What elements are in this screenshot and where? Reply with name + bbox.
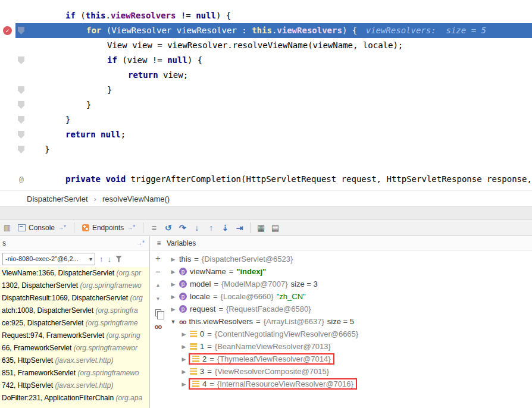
scroll-down-icon[interactable]: ▼ [156,296,161,303]
editor-gutter[interactable] [0,172,15,187]
expand-chevron-icon[interactable]: ▶ [168,256,178,262]
variable-row[interactable]: ▶2={ThymeleafViewResolver@7014} [166,353,532,365]
bookmark-flag-icon[interactable] [18,131,24,139]
view-as-table-icon[interactable]: ▦ [255,223,267,233]
expand-chevron-icon[interactable]: ▶ [168,281,178,287]
previous-frame-icon[interactable]: ↑ [99,255,104,263]
variable-row[interactable]: ▶pviewName="indexj" [166,265,532,278]
expand-chevron-icon[interactable]: ▶ [179,331,189,337]
stack-frame[interactable]: ViewName:1366, DispatcherServlet (org.sp… [0,267,149,280]
next-frame-icon[interactable]: ↓ [108,255,112,263]
splitter[interactable] [0,206,532,219]
editor-gutter[interactable] [0,157,15,172]
code-line[interactable]: } [0,98,532,112]
watch-glasses-icon[interactable]: oo [155,323,161,330]
code-line[interactable]: return view; [0,68,532,83]
run-to-cursor-icon[interactable]: ⇥ [234,223,245,233]
editor-gutter[interactable] [0,38,15,53]
expand-chevron-icon[interactable]: ▶ [179,344,189,350]
step-into-icon[interactable]: ↓ [191,223,202,233]
code-text: View view = viewResolver.resolveViewName… [15,38,532,53]
bookmark-flag-icon[interactable] [18,101,24,109]
variable-row[interactable]: ▶prequest={RequestFacade@6580} [166,303,532,315]
variable-row[interactable]: ▶1={BeanNameViewResolver@7013} [166,340,532,353]
code-line[interactable]: ✓for (ViewResolver viewResolver : this.v… [0,23,532,38]
scroll-up-icon[interactable]: ▲ [156,282,161,289]
jump-to-source-icon[interactable]: →* [127,224,135,231]
thread-selector-value: -nio-8080-exec-2"@6,2... [5,255,79,262]
expand-chevron-icon[interactable]: ▼ [168,319,178,325]
jump-to-source-icon[interactable]: →* [58,224,66,231]
hamburger-icon[interactable]: ≡ [155,239,163,247]
code-token: ) { [187,55,202,65]
code-line[interactable]: if (this.viewResolvers != null) { [0,8,532,23]
step-out-icon[interactable]: ↑ [205,223,217,233]
hamburger-icon[interactable]: ≡ [148,223,159,233]
add-watch-icon[interactable]: + [155,255,161,262]
stack-frame[interactable]: 1302, DispatcherServlet (org.springframe… [0,280,149,292]
force-step-into-icon[interactable]: ⇣ [220,223,231,233]
editor-gutter[interactable] [0,53,15,68]
breakpoint-icon[interactable]: ✓ [3,26,12,35]
step-over-icon[interactable]: ↷ [177,223,188,233]
duplicate-icon[interactable] [155,309,161,316]
bookmark-flag-icon[interactable] [18,146,24,153]
show-execution-point-icon[interactable]: ↺ [162,223,174,233]
bookmark-flag-icon[interactable] [18,86,24,94]
variable-row[interactable]: ▼oothis.viewResolvers={ArrayList@6637}si… [166,315,532,328]
expand-chevron-icon[interactable]: ▶ [179,369,189,375]
breadcrumb-class[interactable]: DispatcherServlet [27,194,88,203]
stack-frame[interactable]: DoFilter:231, ApplicationFilterChain (or… [0,392,149,404]
bookmark-flag-icon[interactable] [18,27,24,34]
code-editor[interactable]: if (this.viewResolvers != null) {✓for (V… [0,0,532,190]
filter-funnel-icon[interactable] [115,256,122,262]
code-line[interactable]: } [0,142,532,157]
variable-row[interactable]: ▶4={InternalResourceViewResolver@7016} [166,378,532,390]
expand-chevron-icon[interactable]: ▶ [168,269,178,275]
editor-gutter[interactable] [0,98,15,112]
thread-selector[interactable]: -nio-8080-exec-2"@6,2... ▾ [2,253,95,265]
editor-gutter[interactable] [0,127,15,142]
remove-watch-icon[interactable]: − [155,268,161,275]
expand-chevron-icon[interactable]: ▶ [179,356,189,362]
variable-row[interactable]: ▶3={ViewResolverComposite@7015} [166,365,532,378]
tab-endpoints[interactable]: Endpoints →* [79,222,138,233]
jump-to-source-icon[interactable]: →* [136,240,145,246]
code-line[interactable]: return null; [0,127,532,142]
editor-gutter[interactable] [0,68,15,83]
bookmark-flag-icon[interactable] [18,57,24,64]
tab-console[interactable]: Console →* [15,222,69,233]
layout-settings-icon[interactable]: ▤ [270,223,281,233]
stack-frame[interactable]: ce:925, DispatcherServlet (org.springfra… [0,317,149,329]
bookmark-flag-icon[interactable] [18,116,24,124]
editor-gutter[interactable] [0,142,15,157]
expand-chevron-icon[interactable]: ▶ [168,306,178,312]
stack-frame[interactable]: atch:1008, DispatcherServlet (org.spring… [0,305,149,317]
tool-window-icon[interactable]: ▥ [2,223,12,232]
stack-frame[interactable]: Request:974, FrameworkServlet (org.sprin… [0,329,149,342]
code-line[interactable]: } [0,83,532,98]
stack-frame[interactable]: 742, HttpServlet (javax.servlet.http) [0,379,149,392]
code-line[interactable]: if (view != null) { [0,53,532,68]
variable-row[interactable]: ▶this={DispatcherServlet@6523} [166,253,532,265]
breadcrumb-method[interactable]: resolveViewName() [102,194,170,203]
stack-frame[interactable]: 851, FrameworkServlet (org.springframewo [0,367,149,379]
editor-gutter[interactable] [0,8,15,23]
code-line[interactable]: View view = viewResolver.resolveViewName… [0,38,532,53]
expand-chevron-icon[interactable]: ▶ [168,294,178,300]
stack-frame[interactable]: DispatchResult:1069, DispatcherServlet (… [0,292,149,305]
editor-gutter[interactable] [0,83,15,98]
stack-frame[interactable]: 66, FrameworkServlet (org.springframewor [0,342,149,354]
code-token: ; [121,130,126,139]
code-line[interactable] [0,157,532,172]
editor-gutter[interactable]: ✓ [0,23,15,38]
variable-row[interactable]: ▶0={ContentNegotiatingViewResolver@6665} [166,328,532,340]
editor-gutter[interactable] [0,112,15,127]
code-line[interactable]: } [0,112,532,127]
breadcrumb-separator-icon: › [94,194,96,203]
variable-row[interactable]: ▶plocale={Locale@6660}"zh_CN" [166,290,532,303]
stack-frame[interactable]: 635, HttpServlet (javax.servlet.http) [0,354,149,367]
code-line[interactable]: @private void triggerAfterCompletion(Htt… [0,172,532,187]
variable-row[interactable]: ▶pmodel={ModelMap@7007}size = 3 [166,278,532,290]
expand-chevron-icon[interactable]: ▶ [179,381,189,387]
